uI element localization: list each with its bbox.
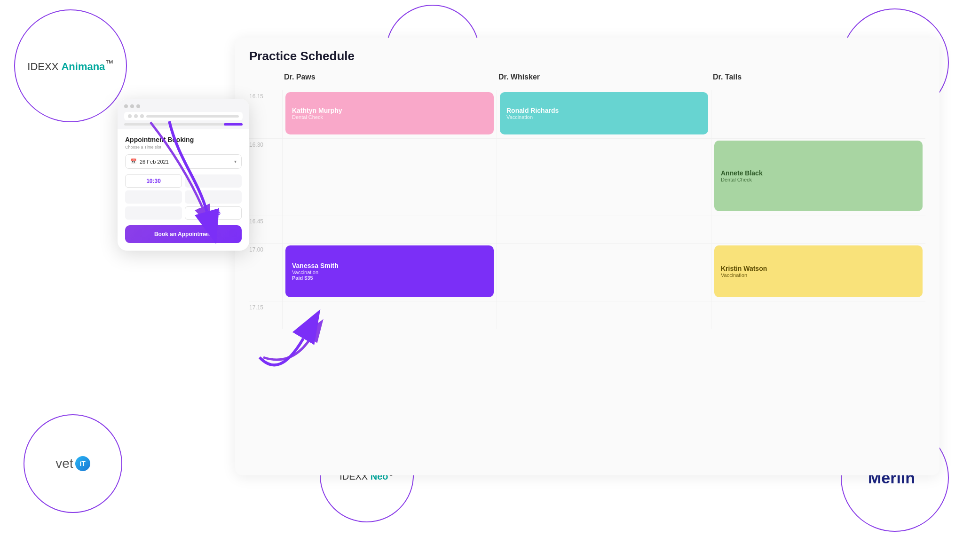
dot-1 — [124, 104, 128, 108]
col-dr-paws: Dr. Paws — [282, 73, 497, 86]
appt-vanessa-smith[interactable]: Vanessa Smith Vaccination Paid $35 — [285, 245, 494, 297]
time-row-1615: 16.15 Kathtyn Murphy Dental Check Ronald… — [249, 90, 925, 138]
time-slot-1715[interactable]: 17:15 — [185, 206, 242, 220]
col-dr-tails: Dr. Tails — [711, 73, 925, 86]
time-slot-placeholder-3 — [185, 190, 242, 204]
time-slot-1030[interactable]: 10:30 — [125, 174, 182, 188]
vetit-logo: vet iT — [24, 414, 122, 513]
book-appointment-button[interactable]: Book an Appointment — [125, 225, 242, 243]
schedule-title: Practice Schedule — [249, 49, 925, 63]
time-slots-grid: 10:30 17:15 — [125, 174, 242, 220]
calendar-icon: 📅 — [130, 158, 137, 165]
time-slot-placeholder-4 — [125, 206, 182, 220]
time-row-1715: 17.15 — [249, 301, 925, 329]
time-slot-placeholder-2 — [125, 190, 182, 204]
date-picker[interactable]: 📅 26 Feb 2021 ▾ — [125, 154, 242, 169]
app-subtitle: Choose a Time slot — [125, 145, 242, 150]
schedule-panel: Practice Schedule Dr. Paws Dr. Whisker D… — [235, 38, 939, 475]
time-row-1700: 17.00 Vanessa Smith Vaccination Paid $35… — [249, 243, 925, 301]
appt-kristin-watson[interactable]: Kristin Watson Vaccination — [714, 245, 923, 297]
time-row-1630: 16.30 Annete Black Dental Check — [249, 138, 925, 215]
date-value: 26 Feb 2021 — [140, 159, 231, 165]
progress-fill — [224, 123, 243, 126]
dot-2 — [130, 104, 134, 108]
col-dr-whisker: Dr. Whisker — [497, 73, 711, 86]
appt-annete-black[interactable]: Annete Black Dental Check — [714, 141, 923, 211]
mobile-mockup: Appointment Booking Choose a Time slot 📅… — [118, 99, 249, 251]
time-row-1645: 16.45 — [249, 215, 925, 243]
time-slot-placeholder-1 — [185, 174, 242, 188]
appt-kathryn-murphy[interactable]: Kathtyn Murphy Dental Check — [285, 92, 494, 134]
app-title: Appointment Booking — [125, 136, 242, 143]
animana-logo: IDEXX Animana™ — [14, 9, 127, 122]
chevron-down-icon: ▾ — [234, 159, 237, 164]
dot-3 — [136, 104, 140, 108]
appt-ronald-richards[interactable]: Ronald Richards Vaccination — [500, 92, 708, 134]
